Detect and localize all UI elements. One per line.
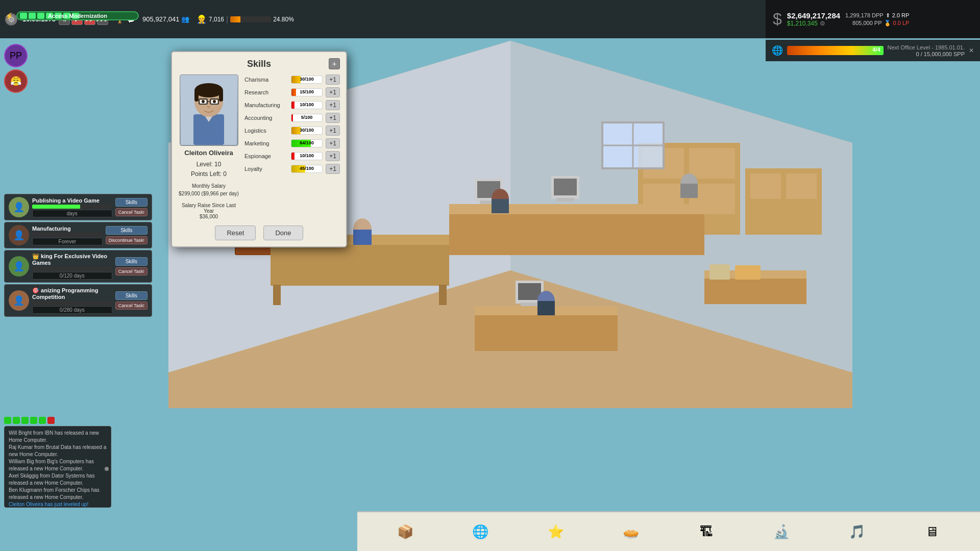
raise-label: Salary Raise Since Last Year bbox=[178, 203, 239, 214]
next-office-text: Next Office Level - 1985.01.01. bbox=[888, 44, 965, 51]
access-bar: Access Modernization bbox=[16, 11, 139, 20]
svg-rect-49 bbox=[735, 265, 761, 280]
svg-rect-40 bbox=[475, 315, 618, 351]
raise-info: Salary Raise Since Last Year $36,000 bbox=[178, 203, 239, 219]
svg-point-67 bbox=[202, 100, 205, 103]
skill-plus-marketing[interactable]: +1 bbox=[326, 138, 340, 148]
news-text: Will Bright from IBN has released a new … bbox=[9, 430, 107, 508]
task-progress-3 bbox=[32, 267, 112, 271]
svg-rect-28 bbox=[449, 214, 704, 255]
svg-rect-61 bbox=[219, 90, 223, 102]
task-progress-4 bbox=[32, 301, 112, 305]
task-skills-4[interactable]: Skills bbox=[115, 291, 148, 300]
lp-value: 0.0 LP bbox=[893, 20, 910, 26]
dollar-icon: $ bbox=[773, 10, 782, 29]
news-dot-2 bbox=[13, 417, 20, 424]
news-dot-5 bbox=[39, 417, 46, 424]
skill-plus-research[interactable]: +1 bbox=[326, 87, 340, 97]
build-btn[interactable]: 🏗 bbox=[691, 516, 722, 547]
skills-close-btn[interactable]: + bbox=[329, 58, 340, 69]
news-scroll[interactable] bbox=[105, 467, 109, 471]
monthly-salary-label: Monthly Salary bbox=[179, 182, 239, 190]
skills-body: Cleiton Oliveira Level: 10 Points Left: … bbox=[178, 74, 340, 219]
worker-count: 7,016 bbox=[209, 16, 224, 23]
skill-plus-manufacturing[interactable]: +1 bbox=[326, 100, 340, 110]
pop-icon: 👥 bbox=[181, 15, 189, 23]
bottom-toolbar: 📦 🌐 ⭐ 🥧 🏗 🔬 🎵 🖥 bbox=[357, 511, 980, 551]
skill-plus-logistics[interactable]: +1 bbox=[326, 126, 340, 136]
task-info-3: 👑 king For Exclusive Video Games 0/120 d… bbox=[32, 253, 112, 280]
approval-bar-fill bbox=[230, 16, 240, 22]
task-skills-3[interactable]: Skills bbox=[115, 257, 148, 266]
skill-bar-logistics: 30/100 bbox=[291, 127, 323, 135]
svg-rect-60 bbox=[194, 90, 199, 102]
approval-container: 👷 7,016 | 24.80% bbox=[197, 14, 294, 24]
task-days-3: 0/120 days bbox=[32, 272, 112, 280]
skill-row-logistics: Logistics 30/100 +1 bbox=[244, 126, 340, 136]
svg-rect-38 bbox=[680, 184, 698, 198]
dpp-row: 1,299,178 DPP ⬆ 2.0 RP bbox=[845, 12, 909, 19]
pp-button[interactable]: PP bbox=[4, 44, 28, 67]
svg-rect-42 bbox=[518, 283, 541, 300]
task-cancel-1[interactable]: Cancel Task! bbox=[115, 208, 148, 216]
task-progress-2 bbox=[32, 233, 103, 237]
office-level-close[interactable]: ✕ bbox=[969, 47, 974, 54]
skill-bar-manufacturing: 10/100 bbox=[291, 101, 323, 109]
skill-bar-accounting: 5/100 bbox=[291, 114, 323, 122]
skill-bar-loyalty: 45/100 bbox=[291, 165, 323, 173]
task-avatar-2: 👤 bbox=[9, 225, 29, 245]
news-icons-row bbox=[4, 417, 111, 424]
money-gear-icon[interactable]: ⚙ bbox=[820, 20, 825, 27]
skill-label-loyalty: 45/100 bbox=[291, 166, 322, 171]
task-skills-1[interactable]: Skills bbox=[115, 198, 148, 207]
task-discontinue-2[interactable]: Discontinue Task! bbox=[106, 236, 148, 244]
skills-reset-btn[interactable]: Reset bbox=[215, 226, 256, 240]
faction-button[interactable]: 😤 bbox=[4, 69, 28, 93]
pp-value: 805,000 PP bbox=[852, 20, 882, 26]
skill-plus-espionage[interactable]: +1 bbox=[326, 151, 340, 161]
globe-icon: 🌐 bbox=[772, 45, 783, 56]
svg-rect-26 bbox=[353, 230, 372, 245]
skill-plus-charisma[interactable]: +1 bbox=[326, 74, 340, 85]
approval-pct: 24.80% bbox=[273, 16, 294, 23]
svg-rect-17 bbox=[786, 173, 817, 199]
task-avatar-1: 👤 bbox=[9, 197, 29, 217]
skill-bar-research: 15/100 bbox=[291, 88, 323, 96]
task-cancel-3[interactable]: Cancel Task! bbox=[115, 267, 148, 276]
task-info-4: 🎯 anizing Programming Competition 0/280 … bbox=[32, 287, 112, 314]
skill-name-charisma: Charisma bbox=[244, 77, 288, 83]
svg-point-68 bbox=[213, 100, 216, 103]
music-btn[interactable]: 🎵 bbox=[842, 516, 872, 547]
task-cancel-4[interactable]: Cancel Task! bbox=[115, 302, 148, 310]
skill-name-espionage: Espionage bbox=[244, 153, 288, 159]
level-info: Level: 10 Points Left: 0 bbox=[191, 160, 227, 179]
skills-list: Charisma 30/100 +1 Research 15/100 +1 Ma… bbox=[244, 74, 340, 219]
salary-info: Monthly Salary $299,000 ($9,966 per day) bbox=[179, 182, 239, 197]
skill-bar-espionage: 10/100 bbox=[291, 152, 323, 160]
points-label: Points Left: 0 bbox=[191, 169, 227, 179]
charts-btn[interactable]: 🥧 bbox=[616, 516, 646, 547]
dpp-icon: ⬆ bbox=[886, 12, 890, 19]
task-info-1: Publishing a Video Game days bbox=[32, 197, 112, 217]
money-main: $2,649,217,284 bbox=[787, 11, 840, 20]
skills-footer: Reset Done bbox=[178, 226, 340, 240]
task-info-2: Manufacturing Forever bbox=[32, 226, 103, 245]
task-avatar-3: 👤 bbox=[9, 256, 29, 277]
computer-btn[interactable]: 🖥 bbox=[917, 516, 947, 547]
skill-name-marketing: Marketing bbox=[244, 140, 288, 146]
awards-btn[interactable]: ⭐ bbox=[541, 516, 571, 547]
task-skills-2[interactable]: Skills bbox=[106, 226, 148, 235]
news-content[interactable]: Will Bright from IBN has released a new … bbox=[4, 426, 111, 508]
products-btn[interactable]: 📦 bbox=[390, 516, 421, 547]
skill-plus-loyalty[interactable]: +1 bbox=[326, 164, 340, 174]
rp-value: 2.0 RP bbox=[892, 12, 910, 18]
office-level-track: 4/4 bbox=[787, 46, 884, 55]
research-btn[interactable]: 🔬 bbox=[766, 516, 797, 547]
task-buttons-1: Skills Cancel Task! bbox=[115, 198, 148, 216]
task-card-1: 👤 Publishing a Video Game days Skills Ca… bbox=[4, 194, 152, 220]
task-progress-1 bbox=[32, 205, 112, 209]
dpp-value: 1,299,178 DPP bbox=[845, 12, 884, 18]
world-btn[interactable]: 🌐 bbox=[465, 516, 496, 547]
skills-done-btn[interactable]: Done bbox=[263, 226, 303, 240]
skill-plus-accounting[interactable]: +1 bbox=[326, 113, 340, 123]
